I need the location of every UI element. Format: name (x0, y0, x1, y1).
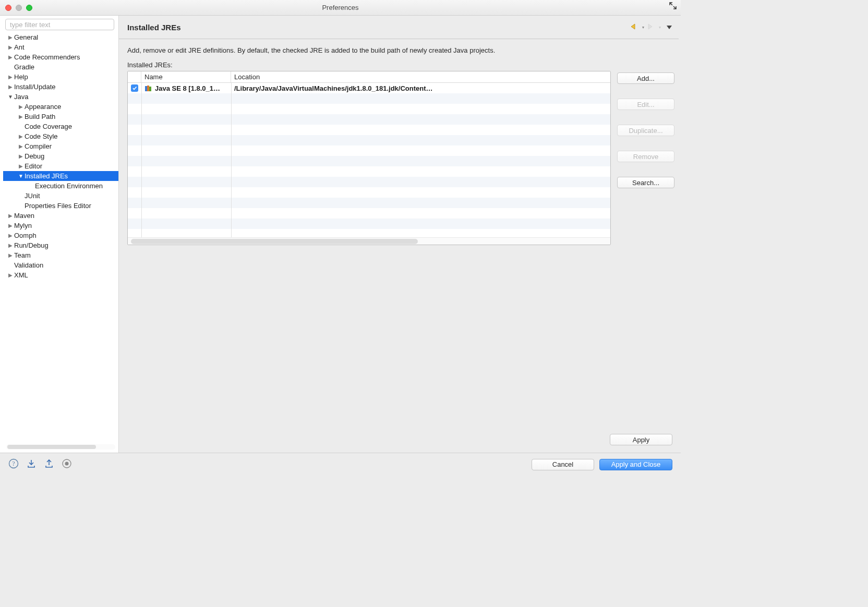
tree-item[interactable]: Code Coverage (3, 122, 118, 131)
filter-input[interactable] (5, 19, 114, 30)
tree-item-label: Debug (25, 151, 44, 161)
add-button[interactable]: Add... (617, 72, 674, 84)
tree-item[interactable]: Execution Environmen (3, 181, 118, 191)
chevron-right-icon[interactable]: ▶ (7, 211, 14, 221)
export-icon[interactable] (44, 458, 54, 470)
chevron-right-icon[interactable]: ▶ (7, 250, 14, 260)
tree-item-label: Help (14, 72, 28, 82)
chevron-right-icon[interactable]: ▶ (7, 82, 14, 92)
nav-forward-icon (646, 23, 657, 32)
tree-item[interactable]: ▶General (3, 32, 118, 42)
chevron-right-icon[interactable]: ▶ (7, 221, 14, 230)
table-horizontal-scrollbar[interactable] (128, 237, 610, 245)
apply-button[interactable]: Apply (610, 434, 672, 445)
search-button[interactable]: Search... (617, 177, 674, 188)
tree-item-label: Installed JREs (25, 171, 68, 181)
remove-button: Remove (617, 151, 674, 162)
tree-item-label: Appearance (25, 102, 61, 112)
tree-item[interactable]: ▶Code Style (3, 131, 118, 141)
column-header-location[interactable]: Location (231, 71, 610, 82)
fullscreen-icon[interactable] (669, 2, 677, 11)
tree-item-label: Code Style (25, 131, 58, 141)
dialog-footer: ? Cancel Apply and Close (0, 453, 681, 476)
chevron-right-icon[interactable]: ▶ (18, 131, 24, 141)
tree-item[interactable]: ▶Help (3, 72, 118, 82)
tree-item[interactable]: ▶Oomph (3, 230, 118, 240)
tree-item-label: Compiler (25, 141, 52, 151)
chevron-down-icon[interactable]: ▼ (18, 171, 24, 181)
page-title: Installed JREs (127, 23, 181, 32)
help-icon[interactable]: ? (8, 458, 19, 470)
chevron-right-icon[interactable]: ▶ (7, 42, 14, 52)
column-header-check[interactable] (128, 71, 141, 82)
tree-item[interactable]: ▶Debug (3, 151, 118, 161)
chevron-right-icon[interactable]: ▶ (18, 151, 24, 161)
tree-item[interactable]: Gradle (3, 62, 118, 72)
tree-item-label: Editor (25, 161, 42, 171)
tree-item-label: Run/Debug (14, 240, 49, 250)
tree-item-label: Java (14, 92, 28, 102)
svg-rect-0 (145, 86, 147, 91)
edit-button: Edit... (617, 99, 674, 110)
chevron-right-icon[interactable]: ▶ (18, 141, 24, 151)
tree-item-label: Validation (14, 260, 43, 270)
tree-item[interactable]: ▶Compiler (3, 141, 118, 151)
tree-item[interactable]: ▶XML (3, 270, 118, 280)
tree-item[interactable]: ▶Appearance (3, 102, 118, 112)
tree-item[interactable]: Validation (3, 260, 118, 270)
sidebar-horizontal-scrollbar[interactable] (6, 444, 115, 450)
chevron-right-icon[interactable]: ▶ (7, 32, 14, 42)
tree-item[interactable]: ▶Editor (3, 161, 118, 171)
chevron-right-icon[interactable]: ▶ (7, 230, 14, 240)
chevron-right-icon[interactable]: ▶ (18, 112, 24, 122)
column-header-name[interactable]: Name (141, 71, 231, 82)
tree-item[interactable]: JUnit (3, 191, 118, 201)
tree-item[interactable]: ▶Run/Debug (3, 240, 118, 250)
chevron-right-icon[interactable]: ▶ (7, 72, 14, 82)
chevron-right-icon[interactable]: ▶ (7, 240, 14, 250)
nav-back-icon[interactable] (630, 23, 640, 32)
page-description: Add, remove or edit JRE definitions. By … (119, 39, 681, 61)
cancel-button[interactable]: Cancel (532, 459, 594, 470)
tree-item[interactable]: ▶Mylyn (3, 221, 118, 230)
tree-item-label: Team (14, 250, 31, 260)
nav-forward-menu-icon: ▾ (659, 25, 661, 30)
apply-and-close-button[interactable]: Apply and Close (599, 459, 672, 470)
tree-item[interactable]: ▶Team (3, 250, 118, 260)
preferences-tree[interactable]: ▶General▶Ant▶Code RecommendersGradle▶Hel… (3, 32, 118, 442)
oomph-record-icon[interactable] (62, 458, 72, 470)
nav-back-menu-icon[interactable]: ▾ (642, 25, 644, 30)
tree-item[interactable]: Properties Files Editor (3, 201, 118, 211)
tree-item[interactable]: ▶Build Path (3, 112, 118, 122)
tree-item[interactable]: ▶Ant (3, 42, 118, 52)
tree-item[interactable]: ▶Code Recommenders (3, 52, 118, 62)
tree-item[interactable]: ▶Install/Update (3, 82, 118, 92)
tree-item[interactable]: ▼Installed JREs (3, 171, 118, 181)
chevron-right-icon[interactable]: ▶ (7, 52, 14, 62)
tree-item-label: Properties Files Editor (25, 201, 91, 211)
chevron-down-icon[interactable]: ▼ (7, 92, 14, 102)
tree-item-label: Install/Update (14, 82, 56, 92)
jre-checkbox[interactable] (128, 84, 141, 92)
svg-rect-1 (147, 86, 149, 91)
table-label: Installed JREs: (127, 61, 611, 69)
chevron-right-icon[interactable]: ▶ (7, 270, 14, 280)
tree-item[interactable]: ▼Java (3, 92, 118, 102)
table-actions: Add... Edit... Duplicate... Remove Searc… (617, 61, 674, 245)
checkmark-icon (131, 84, 138, 92)
page-nav-toolbar: ▾ ▾ (630, 23, 672, 32)
table-row[interactable]: Java SE 8 [1.8.0_1… /Library/Java/JavaVi… (128, 83, 610, 93)
chevron-right-icon[interactable]: ▶ (18, 102, 24, 112)
view-menu-icon[interactable] (666, 23, 672, 31)
installed-jres-table[interactable]: Name Location Java SE (127, 71, 611, 245)
duplicate-button: Duplicate... (617, 125, 674, 136)
tree-item-label: XML (14, 270, 28, 280)
tree-item[interactable]: ▶Maven (3, 211, 118, 221)
svg-rect-2 (149, 87, 151, 91)
tree-item-label: JUnit (25, 191, 40, 201)
chevron-right-icon[interactable]: ▶ (18, 161, 24, 171)
import-icon[interactable] (26, 458, 37, 470)
tree-item-label: Oomph (14, 230, 37, 240)
tree-item-label: Build Path (25, 112, 55, 122)
svg-point-6 (65, 462, 69, 466)
